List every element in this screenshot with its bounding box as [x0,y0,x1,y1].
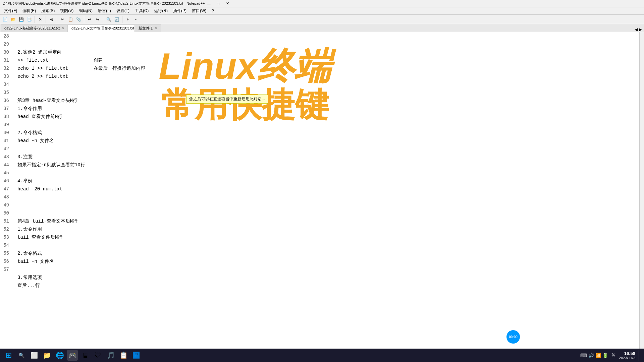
toolbar: 📄 📂 💾 📑 ✕ 🖨 ✂ 📋 📎 ↩ ↪ 🔍 🔄 + - [0,15,644,24]
code-line-52 [17,241,639,249]
line-num-45: 45 [0,169,11,177]
taskbar-datetime[interactable]: 16:58 2023/11/3 [619,351,635,360]
zoom-out-btn[interactable]: - [132,16,140,23]
tab-2[interactable]: 新文件 1 ✕ [135,24,161,32]
save-all-btn[interactable]: 📑 [25,16,33,23]
copy-btn[interactable]: 📋 [67,16,74,23]
taskbar: ⊞ 🔍 ⬜ 📁 🌐 🎮 🖥 🛡 🎵 📋 🅿 ⌨ 🔊 📶 🔋 英 16:58 20… [0,349,644,362]
line-num-31: 31 [0,56,11,64]
code-line-39: head -n 文件名 [17,137,639,145]
replace-btn[interactable]: 🔄 [113,16,120,23]
maximize-button[interactable]: □ [214,1,222,6]
menu-item-L[interactable]: 语言(L) [95,7,114,14]
zoom-in-btn[interactable]: + [124,16,131,23]
app-icon-4[interactable]: 🎵 [105,350,116,361]
app-icon-5[interactable]: 📋 [118,350,129,361]
line-num-41: 41 [0,137,11,145]
tab-label-1: day2-Linux文本管理命令-20231103.txt [71,26,134,31]
minimize-button[interactable]: — [205,1,213,6]
close-button[interactable]: ✕ [223,1,231,6]
tooltip-text: 念之后可以在直选项当中重新启用此对话... [189,97,265,101]
code-line-46 [17,193,639,201]
chrome-icon[interactable]: 🌐 [54,350,65,361]
menu-item-E[interactable]: 编辑(E) [20,7,39,14]
code-line-44: 4.举例 [17,177,639,185]
tab-close-2[interactable]: ✕ [155,26,157,30]
sep2 [46,16,46,23]
find-btn[interactable]: 🔍 [105,16,112,23]
menu-item-R[interactable]: 运行(R) [151,7,170,14]
language-indicator[interactable]: 英 [611,353,615,358]
file-explorer-icon[interactable]: 📁 [42,350,52,361]
tabbar-controls: ◀ ▶ [635,27,643,32]
search-taskbar-button[interactable]: 🔍 [16,350,27,361]
line-num-29: 29 [0,40,11,48]
code-line-55 [17,265,639,274]
new-file-btn[interactable]: 📄 [1,16,9,23]
line-num-54: 54 [0,241,11,249]
tab-close-0[interactable]: ✕ [62,26,64,30]
line-num-57: 57 [0,265,11,274]
sep6 [122,16,122,23]
print-btn[interactable]: 🖨 [48,16,55,23]
taskview-button[interactable]: ⬜ [29,350,40,361]
tab-group: day2-Linux基础命令-20231102.txt ✕ day2-Linux… [1,24,161,32]
menu-item-O[interactable]: 工具(O) [132,7,151,14]
line-num-32: 32 [0,64,11,72]
line-num-40: 40 [0,129,11,137]
tab-1[interactable]: day2-Linux文本管理命令-20231103.txt ✕ [68,24,135,32]
line-num-28: 28 [0,32,11,40]
show-desktop-btn[interactable] [639,350,641,361]
app-icon-6[interactable]: 🅿 [131,350,142,361]
line-num-33: 33 [0,72,11,80]
tab-0[interactable]: day2-Linux基础命令-20231102.txt ✕ [1,24,68,32]
save-btn[interactable]: 💾 [17,16,25,23]
code-line-54: tail -n 文件名 [17,257,639,265]
tab-scroll-right[interactable]: ▶ [639,27,642,32]
cut-btn[interactable]: ✂ [59,16,66,23]
line-numbers: 2829303132333435363738394041424344454647… [0,32,14,354]
app-icon-3[interactable]: 🛡 [93,350,103,361]
redo-btn[interactable]: ↪ [94,16,101,23]
open-btn[interactable]: 📂 [9,16,17,23]
undo-btn[interactable]: ↩ [86,16,93,23]
sep1 [35,16,35,23]
window-controls: — □ ✕ [205,1,231,6]
overlay-container: Linux终端 常用快捷键 [141,46,349,123]
titlebar: D:\同步空间\BaiduSyndisk\讲师机\文件\备课资料\day2-Li… [0,0,644,7]
menu-item-N[interactable]: 编码(N) [76,7,95,14]
line-num-38: 38 [0,113,11,121]
vertical-scrollbar[interactable] [639,32,644,354]
taskbar-time: 16:58 [624,351,635,356]
code-line-43 [17,169,639,177]
code-line-51: tail 查看文件后N行 [17,233,639,241]
line-num-51: 51 [0,217,11,225]
menu-item-V[interactable]: 视图(V) [57,7,76,14]
timer-circle[interactable]: 00:00 [506,330,520,344]
tooltip: 念之后可以在直选项当中重新启用此对话... [186,95,268,104]
taskbar-date: 2023/11/3 [619,356,635,360]
menu-item-W[interactable]: 窗口(W) [189,7,209,14]
code-line-41: 3.注意 [17,153,639,161]
app-icon-2[interactable]: 🖥 [80,350,91,361]
menu-item-[interactable]: ? [209,8,217,14]
menu-item-T[interactable]: 设置(T) [114,7,132,14]
menu-item-F[interactable]: 文件(F) [1,7,20,14]
start-button[interactable]: ⊞ [3,350,14,361]
taskbar-right: ⌨ 🔊 📶 🔋 英 16:58 2023/11/3 [580,350,641,361]
editor-container: 2829303132333435363738394041424344454647… [0,32,644,354]
line-num-48: 48 [0,193,11,201]
code-line-48 [17,209,639,217]
close-btn[interactable]: ✕ [37,16,44,23]
timer-text: 00:00 [509,335,518,339]
line-num-30: 30 [0,48,11,56]
line-num-52: 52 [0,225,11,233]
menu-item-S[interactable]: 搜索(S) [39,7,57,14]
line-num-53: 53 [0,233,11,241]
code-line-50: 1.命令作用 [17,225,639,233]
menu-item-P[interactable]: 插件(P) [170,7,189,14]
tab-scroll-left[interactable]: ◀ [635,27,638,32]
app-icon-1[interactable]: 🎮 [67,350,78,361]
paste-btn[interactable]: 📎 [75,16,82,23]
line-num-47: 47 [0,185,11,193]
